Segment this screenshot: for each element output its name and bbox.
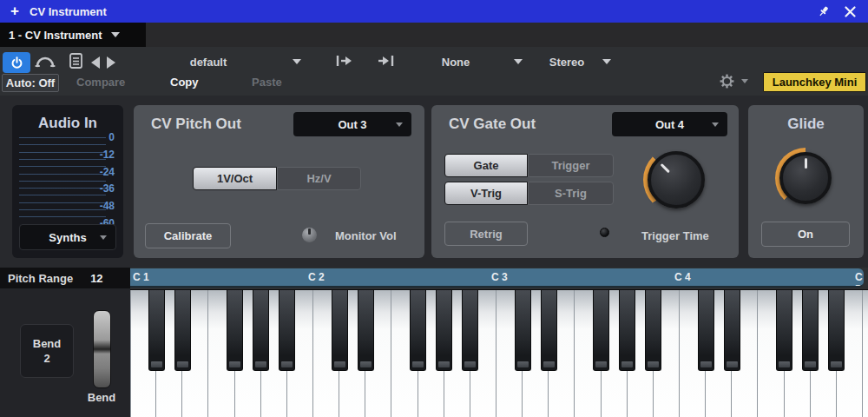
midi-output-icon[interactable] (377, 54, 396, 68)
main-panel-area: Audio In 0 -12 -24 -36 -48 -60 Synths CV… (0, 96, 868, 268)
black-key[interactable] (148, 290, 165, 371)
bend-range-line1: Bend (33, 336, 62, 351)
black-key[interactable] (227, 290, 243, 371)
macro-controls-icon[interactable] (35, 54, 56, 70)
next-preset-icon[interactable] (107, 56, 115, 69)
keyboard-octave-strip[interactable]: C 1C 2C 3C 4C 5 (130, 268, 864, 288)
bend-range-button[interactable]: Bend 2 (20, 324, 74, 378)
pitch-range-value[interactable]: 12 (90, 272, 102, 285)
keyboard-keys[interactable] (130, 289, 868, 417)
cv-gate-out-title: CV Gate Out (449, 116, 536, 133)
audio-in-meter (19, 137, 106, 224)
preset-select[interactable]: default (130, 56, 286, 69)
gate-output-value: Out 4 (655, 118, 684, 131)
trigger-time-label: Trigger Time (641, 229, 709, 242)
black-key[interactable] (776, 290, 792, 371)
mode-1voct-button[interactable]: 1V/Oct (193, 167, 277, 190)
black-key[interactable] (802, 290, 819, 371)
monitor-vol-knob[interactable] (302, 228, 317, 242)
black-key[interactable] (698, 290, 714, 371)
octave-label: C 5 (855, 271, 864, 288)
copy-button[interactable]: Copy (170, 76, 199, 89)
octave-label: C 1 (133, 271, 149, 283)
black-key[interactable] (410, 290, 426, 371)
audio-source-value: Synths (49, 231, 86, 244)
cv-pitch-out-title: CV Pitch Out (151, 116, 241, 133)
chevron-down-icon (111, 32, 120, 37)
bend-wheel[interactable] (93, 310, 111, 388)
octave-label: C 2 (308, 271, 325, 283)
close-icon[interactable] (837, 2, 863, 21)
glide-title: Glide (748, 116, 864, 133)
bend-section: Bend 2 Bend (0, 288, 130, 417)
preset-file-icon[interactable] (69, 52, 83, 70)
gear-icon[interactable] (720, 74, 734, 89)
black-key[interactable] (358, 290, 374, 371)
audio-in-panel: Audio In 0 -12 -24 -36 -48 -60 Synths (12, 105, 123, 258)
meter-scale-labels: 0 -12 -24 -36 -48 -60 (100, 131, 115, 229)
gate-output-select[interactable]: Out 4 (612, 112, 727, 136)
cv-instrument-window: + CV Instrument 1 - CV Instrument defaul… (0, 0, 868, 417)
instrument-tab[interactable]: 1 - CV Instrument (0, 23, 146, 47)
controller-badge[interactable]: Launchkey Mini (763, 72, 866, 92)
automation-mode-button[interactable]: Auto: Off (2, 74, 59, 92)
cv-gate-out-panel: CV Gate Out Out 4 Gate Trigger V-Trig S-… (431, 105, 739, 258)
audio-source-select[interactable]: Synths (19, 224, 116, 250)
title-bar: + CV Instrument (0, 0, 868, 23)
gate-button[interactable]: Gate (444, 154, 528, 177)
black-key[interactable] (828, 290, 845, 371)
white-key[interactable] (863, 290, 868, 417)
black-key[interactable] (332, 290, 348, 371)
black-key[interactable] (253, 290, 269, 371)
toolbar: default None Stereo Auto: Off Compare Co… (0, 47, 868, 96)
source-dropdown-icon (100, 235, 107, 240)
calibrate-button[interactable]: Calibrate (145, 223, 231, 248)
midi-input-icon[interactable] (335, 54, 354, 68)
black-key[interactable] (619, 290, 635, 371)
black-key[interactable] (462, 290, 478, 371)
channel-select[interactable]: Stereo (538, 56, 595, 69)
bend-range-line2: 2 (43, 351, 49, 366)
gate-output-dropdown-icon (712, 122, 719, 127)
pitch-range-label: Pitch Range (8, 272, 73, 285)
pitch-output-select[interactable]: Out 3 (293, 112, 411, 136)
black-key[interactable] (593, 290, 609, 371)
black-key[interactable] (279, 290, 295, 371)
instrument-tab-label: 1 - CV Instrument (9, 29, 102, 42)
glide-on-button[interactable]: On (761, 222, 850, 247)
octave-label: C 3 (491, 271, 508, 283)
mode-hzv-button[interactable]: Hz/V (277, 167, 361, 190)
black-key[interactable] (436, 290, 452, 371)
pitch-output-dropdown-icon (396, 122, 403, 127)
retrig-button[interactable]: Retrig (444, 222, 528, 246)
strig-button[interactable]: S-Trig (528, 182, 614, 205)
paste-button[interactable]: Paste (252, 76, 282, 89)
controller-dropdown-icon[interactable] (741, 79, 748, 83)
audio-in-title: Audio In (12, 115, 123, 132)
black-key[interactable] (541, 290, 557, 371)
channel-dropdown-icon[interactable] (602, 59, 611, 64)
pitch-output-value: Out 3 (338, 118, 366, 131)
input-select[interactable]: None (408, 56, 503, 69)
trigger-led (600, 228, 609, 237)
power-button[interactable] (3, 52, 30, 73)
pitch-range-bar: Pitch Range 12 (0, 268, 130, 288)
tab-row: 1 - CV Instrument (0, 23, 868, 47)
black-key[interactable] (515, 290, 531, 371)
pin-icon[interactable] (811, 2, 837, 21)
window-title: CV Instrument (30, 5, 107, 18)
preset-dropdown-icon[interactable] (293, 59, 301, 64)
cv-pitch-out-panel: CV Pitch Out Out 3 1V/Oct Hz/V Calibrate… (134, 105, 424, 258)
glide-knob[interactable] (775, 148, 836, 208)
black-key[interactable] (645, 290, 661, 371)
trigger-time-knob[interactable] (643, 147, 709, 213)
add-instrument-icon[interactable]: + (0, 3, 30, 20)
glide-panel: Glide On (748, 105, 864, 258)
input-dropdown-icon[interactable] (514, 59, 523, 64)
previous-preset-icon[interactable] (91, 56, 100, 69)
compare-button[interactable]: Compare (76, 76, 125, 89)
trigger-button[interactable]: Trigger (528, 154, 614, 177)
black-key[interactable] (174, 290, 191, 371)
vtrig-button[interactable]: V-Trig (444, 182, 528, 205)
black-key[interactable] (724, 290, 740, 371)
